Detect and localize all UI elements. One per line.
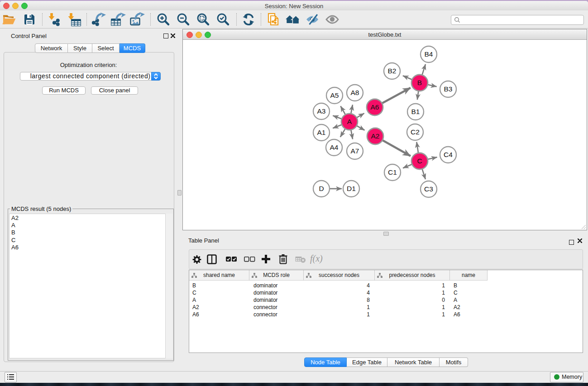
svg-text:B3: B3: [444, 85, 453, 93]
svg-text:A8: A8: [351, 89, 359, 96]
svg-text:A: A: [347, 118, 352, 125]
svg-text:D: D: [319, 185, 324, 192]
svg-text:B: B: [417, 79, 422, 86]
svg-text:C4: C4: [444, 151, 453, 158]
svg-text:C2: C2: [411, 128, 420, 136]
svg-text:C1: C1: [388, 168, 397, 176]
svg-text:C3: C3: [424, 185, 433, 193]
svg-text:A1: A1: [317, 129, 326, 136]
svg-text:B2: B2: [388, 67, 397, 75]
svg-text:A3: A3: [317, 107, 326, 115]
svg-text:A7: A7: [351, 147, 359, 155]
svg-text:A4: A4: [330, 143, 339, 151]
svg-text:B1: B1: [411, 108, 420, 115]
svg-text:B4: B4: [425, 50, 433, 58]
svg-text:C: C: [417, 157, 422, 165]
svg-text:D1: D1: [347, 185, 356, 192]
svg-text:A5: A5: [330, 91, 339, 99]
svg-text:A2: A2: [371, 132, 380, 140]
svg-text:A6: A6: [371, 103, 379, 111]
